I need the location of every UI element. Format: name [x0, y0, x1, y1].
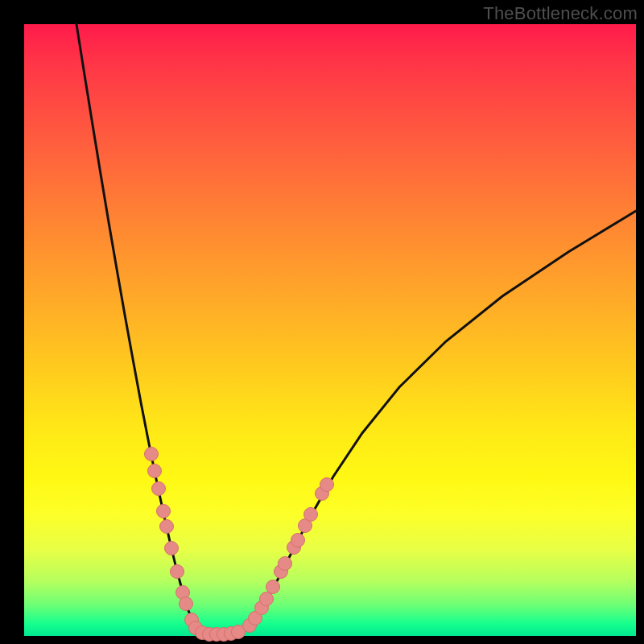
data-point — [152, 482, 166, 496]
data-point — [145, 448, 159, 461]
watermark-text: TheBottleneck.com — [483, 3, 638, 24]
marker-points — [145, 448, 334, 642]
data-point — [260, 592, 274, 606]
data-point — [157, 505, 171, 518]
data-point — [160, 520, 174, 534]
data-point — [291, 534, 305, 547]
plot-area — [24, 24, 636, 636]
data-point — [165, 542, 179, 555]
data-point — [180, 597, 193, 611]
chart-frame: TheBottleneck.com — [0, 0, 644, 644]
bottleneck-curve — [76, 24, 636, 635]
data-point — [320, 478, 334, 492]
data-point — [266, 580, 280, 594]
chart-svg — [24, 24, 636, 636]
data-point — [171, 565, 184, 579]
data-point — [304, 508, 318, 522]
curve-series — [76, 24, 636, 635]
data-point — [279, 557, 292, 571]
data-point — [148, 464, 162, 478]
